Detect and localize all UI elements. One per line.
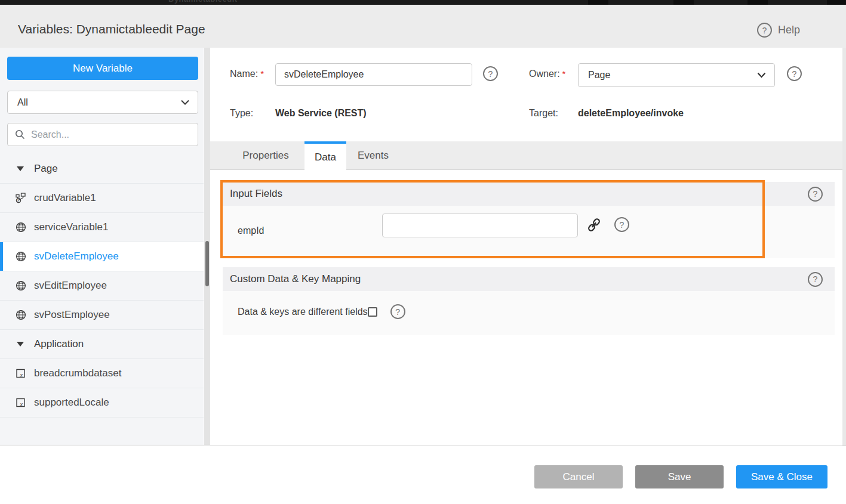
sidebar-item-supportedlocale[interactable]: x supportedLocale	[0, 388, 204, 418]
empid-input[interactable]	[382, 214, 578, 237]
bind-link-icon[interactable]	[586, 217, 602, 233]
tab-data[interactable]: Data	[304, 141, 346, 171]
owner-selected-value: Page	[588, 70, 757, 81]
empid-label: empId	[238, 225, 264, 236]
custom-mapping-header: Custom Data & Key Mapping	[223, 267, 835, 291]
svg-text:x: x	[17, 198, 20, 202]
sidebar-item-crudvariable1[interactable]: x crudVariable1	[0, 184, 204, 213]
web-service-icon	[16, 222, 26, 233]
required-asterisk: *	[260, 69, 264, 79]
new-variable-button[interactable]: New Variable	[7, 57, 198, 80]
dialog-footer: Cancel Save Save & Close	[0, 446, 846, 504]
name-label: Name:*	[230, 69, 264, 79]
sidebar-group-page[interactable]: Page	[0, 154, 204, 184]
variable-search	[7, 123, 198, 146]
input-fields-body: empId	[223, 206, 835, 258]
save-button[interactable]: Save	[635, 465, 724, 488]
name-help-icon[interactable]	[483, 66, 498, 81]
crud-variable-icon: x	[16, 193, 26, 203]
model-variable-icon: x	[16, 368, 26, 379]
svg-text:x: x	[20, 401, 23, 407]
target-value: deleteEmployee/invoke	[578, 108, 684, 119]
filter-selected-value: All	[17, 97, 181, 108]
sidebar-item-servicevariable1[interactable]: serviceVariable1	[0, 213, 204, 242]
tab-events[interactable]: Events	[346, 141, 400, 170]
variables-dialog: Dynamictableedit Variables: Dynamictable…	[0, 0, 846, 504]
svg-text:x: x	[20, 372, 23, 378]
variable-list: Page x crudVariable1	[0, 154, 204, 418]
dialog-header: Variables: Dynamictableedit Page Help	[0, 5, 846, 48]
name-input[interactable]	[275, 63, 472, 86]
cancel-button[interactable]: Cancel	[534, 465, 623, 488]
empid-help-icon[interactable]	[614, 217, 629, 232]
help-label: Help	[778, 24, 800, 36]
different-fields-label: Data & keys are different fields	[238, 307, 368, 317]
type-label: Type:	[230, 108, 253, 119]
input-fields-help-icon[interactable]	[808, 187, 823, 202]
collapse-triangle-icon	[17, 342, 24, 347]
collapse-triangle-icon	[17, 166, 24, 171]
different-fields-help-icon[interactable]	[390, 304, 405, 319]
help-button[interactable]: Help	[757, 23, 800, 38]
custom-mapping-section: Custom Data & Key Mapping Data & keys ar…	[223, 267, 835, 335]
sidebar-group-application[interactable]: Application	[0, 330, 204, 359]
main-scrollbar-track[interactable]	[842, 48, 846, 446]
input-fields-section: Input Fields empId	[223, 182, 835, 258]
owner-select[interactable]: Page	[578, 63, 775, 87]
sidebar-scrollbar-thumb[interactable]	[205, 241, 209, 286]
chevron-down-icon	[181, 100, 189, 105]
save-and-close-button[interactable]: Save & Close	[736, 465, 827, 488]
owner-help-icon[interactable]	[787, 66, 802, 81]
background-app-strip: Dynamictableedit	[0, 0, 846, 5]
required-asterisk: *	[562, 69, 566, 79]
chevron-down-icon	[757, 72, 766, 78]
custom-mapping-help-icon[interactable]	[808, 272, 823, 287]
background-clipped-text: Dynamictableedit	[168, 0, 238, 4]
custom-mapping-title: Custom Data & Key Mapping	[230, 273, 808, 285]
web-service-icon	[16, 251, 26, 262]
search-icon	[15, 129, 25, 140]
sidebar-item-breadcrumbdataset[interactable]: x breadcrumbdataset	[0, 359, 204, 388]
different-fields-checkbox[interactable]	[368, 307, 377, 317]
dialog-title: Variables: Dynamictableedit Page	[18, 22, 205, 36]
custom-mapping-body: Data & keys are different fields	[223, 291, 835, 335]
sidebar-item-svpostemployee[interactable]: svPostEmployee	[0, 301, 204, 330]
web-service-icon	[16, 280, 26, 291]
input-fields-title: Input Fields	[230, 188, 808, 200]
target-label: Target:	[529, 108, 558, 119]
owner-label: Owner:*	[529, 69, 565, 79]
search-input[interactable]	[31, 129, 192, 140]
tab-bar: Properties Data Events	[210, 141, 846, 170]
model-variable-icon: x	[16, 397, 26, 408]
variables-sidebar: New Variable All Page	[0, 48, 204, 445]
variable-filter-select[interactable]: All	[7, 91, 198, 114]
type-value: Web Service (REST)	[275, 108, 367, 119]
help-icon	[757, 23, 772, 38]
web-service-icon	[16, 310, 26, 320]
sidebar-item-sveditemployee[interactable]: svEditEmployee	[0, 271, 204, 301]
sidebar-item-svdeleteemployee[interactable]: svDeleteEmployee	[0, 242, 204, 271]
tab-properties[interactable]: Properties	[227, 141, 304, 170]
input-fields-header: Input Fields	[223, 182, 835, 206]
